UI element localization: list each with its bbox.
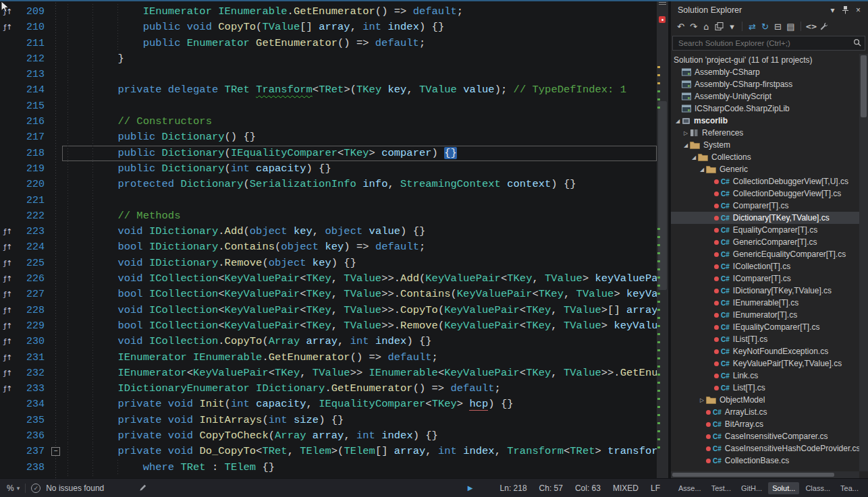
code-line[interactable]: private void Do_CopyTo<TRet, TElem>(TEle… — [62, 444, 657, 459]
refresh-icon[interactable]: ↻ — [759, 20, 771, 32]
line-indicator[interactable]: Ln: 218 — [500, 484, 527, 493]
tree-item[interactable]: C#IEqualityComparer[T].cs — [671, 321, 859, 333]
code-line[interactable]: private static KeyValuePair<TKey, TValue… — [62, 475, 657, 478]
eol-indicator[interactable]: LF — [651, 484, 660, 493]
implements-icon[interactable]: ƒ↑ — [3, 306, 12, 315]
tree-item[interactable]: ◢mscorlib — [671, 115, 859, 127]
fold-collapse-icon[interactable]: − — [51, 447, 60, 456]
line-number[interactable]: 231 — [16, 350, 50, 366]
back-icon[interactable]: ↶ — [675, 20, 686, 32]
column-indicator[interactable]: Col: 63 — [575, 484, 601, 493]
panel-titlebar[interactable]: Solution Explorer ▾× — [671, 0, 868, 18]
line-number[interactable]: 211 — [16, 36, 50, 51]
tree-item[interactable]: C#IList[T].cs — [671, 333, 859, 345]
tree-item[interactable]: C#CaseInsensitiveHashCodeProvider.cs — [671, 442, 859, 455]
tree-item[interactable]: C#CollectionDebuggerView[T,U].cs — [671, 175, 859, 187]
editor-scrollbar[interactable] — [657, 0, 668, 478]
tree-item[interactable]: C#GenericEqualityComparer[T].cs — [671, 248, 859, 260]
line-number[interactable]: 233 — [16, 381, 50, 397]
tree-item[interactable]: C#CollectionDebuggerView[T].cs — [671, 187, 859, 200]
code-line[interactable]: // Constructors — [62, 114, 657, 129]
collapsed-icon[interactable]: ▷ — [698, 397, 706, 403]
solution-root[interactable]: Solution 'project-gui' (11 of 11 project… — [671, 54, 859, 66]
line-number[interactable]: 230 — [16, 334, 50, 349]
tree-item[interactable]: C#IComparer[T].cs — [671, 272, 859, 285]
code-line[interactable]: private void InitArrays(int size) {} — [62, 413, 657, 428]
split-editor-handle[interactable] — [659, 2, 666, 5]
line-number[interactable]: 222 — [16, 208, 50, 224]
pin-icon[interactable] — [839, 4, 852, 16]
line-number[interactable]: 239 — [16, 475, 50, 478]
panel-tab[interactable]: Tea... — [836, 482, 863, 494]
code-line[interactable]: private void CopyToCheck(Array array, in… — [62, 428, 657, 444]
code-editor[interactable]: ƒ↑ƒ↑ƒ↑ƒ↑ƒ↑ƒ↑ƒ↑ƒ↑ƒ↑ƒ↑ƒ↑ƒ↑ƒ↑ 2092102112122… — [0, 0, 668, 478]
line-number[interactable]: 217 — [16, 129, 50, 145]
tree-item[interactable]: C#IDictionary[TKey,TValue].cs — [671, 285, 859, 297]
line-number[interactable]: 237 — [16, 444, 50, 459]
collapsed-icon[interactable]: ▷ — [682, 130, 690, 136]
tree-item[interactable]: C#IEnumerator[T].cs — [671, 309, 859, 321]
code-line[interactable]: public Dictionary() {} — [62, 129, 657, 145]
pencil-icon[interactable] — [139, 484, 146, 492]
panel-hscrollbar-thumb[interactable] — [672, 473, 834, 477]
line-number[interactable]: 216 — [16, 114, 50, 129]
line-number[interactable]: 235 — [16, 413, 50, 428]
tree-item[interactable]: ◢Collections — [671, 151, 859, 163]
panel-tab[interactable]: GitH... — [737, 482, 766, 494]
code-line[interactable]: protected Dictionary(SerializationInfo i… — [62, 177, 657, 192]
line-number[interactable]: 236 — [16, 428, 50, 444]
code-line[interactable]: void IDictionary.Add(object key, object … — [62, 224, 657, 239]
line-number[interactable]: 209 — [16, 4, 50, 20]
tree-item[interactable]: Assembly-CSharp — [671, 66, 859, 78]
tree-item[interactable]: C#EqualityComparer[T].cs — [671, 224, 859, 236]
tree-item[interactable]: ▷References — [671, 127, 859, 139]
implements-icon[interactable]: ƒ↑ — [3, 274, 12, 283]
code-line[interactable]: public Dictionary(int capacity) {} — [62, 161, 657, 177]
implements-icon[interactable]: ƒ↑ — [3, 259, 12, 268]
code-line[interactable]: void ICollection<KeyValuePair<TKey, TVal… — [62, 303, 657, 318]
wrench-icon[interactable] — [818, 20, 830, 32]
tree-item[interactable]: ◢Generic — [671, 163, 859, 175]
code-view-icon[interactable]: <> — [805, 20, 817, 32]
close-icon[interactable]: × — [852, 4, 865, 16]
tree-item[interactable]: C#Comparer[T].cs — [671, 200, 859, 212]
code-area[interactable]: IEnumerator IEnumerable.GetEnumerator() … — [62, 0, 657, 478]
line-number[interactable]: 226 — [16, 271, 50, 287]
properties-icon[interactable]: ▤ — [785, 20, 796, 32]
line-number[interactable]: 212 — [16, 51, 50, 67]
code-line[interactable]: public Enumerator GetEnumerator() => def… — [62, 36, 657, 51]
code-line[interactable]: IEnumerator<KeyValuePair<TKey, TValue>> … — [62, 366, 657, 381]
forward-icon[interactable]: ↷ — [688, 20, 699, 32]
expanded-icon[interactable]: ◢ — [682, 142, 690, 148]
char-indicator[interactable]: Ch: 57 — [539, 484, 563, 493]
line-number[interactable]: 220 — [16, 177, 50, 192]
code-line[interactable]: } — [62, 51, 657, 67]
code-line[interactable]: private void Init(int capacity, IEqualit… — [62, 397, 657, 412]
panel-vertical-scrollbar[interactable] — [859, 54, 868, 471]
line-number[interactable]: 238 — [16, 460, 50, 475]
implements-icon[interactable]: ƒ↑ — [3, 243, 12, 252]
code-line[interactable] — [62, 67, 657, 82]
implements-icon[interactable]: ƒ↑ — [3, 369, 12, 378]
implements-icon[interactable]: ƒ↑ — [3, 384, 12, 393]
scope-icon[interactable] — [713, 20, 725, 32]
implements-icon[interactable]: ƒ↑ — [3, 353, 12, 362]
code-line[interactable]: bool IDictionary.Contains(object key) =>… — [62, 239, 657, 255]
indent-mode-indicator[interactable]: MIXED — [613, 484, 639, 493]
tree-item[interactable]: C#List[T].cs — [671, 382, 859, 394]
tree-item[interactable]: ▷ObjectModel — [671, 394, 859, 406]
tree-item[interactable]: C#CollectionBase.cs — [671, 455, 859, 467]
line-number[interactable]: 228 — [16, 303, 50, 318]
tree-item[interactable]: C#Dictionary[TKey,TValue].cs — [671, 212, 859, 224]
tree-item[interactable]: C#KeyNotFoundException.cs — [671, 345, 859, 357]
status-message[interactable]: No issues found — [46, 484, 104, 493]
line-number[interactable]: 232 — [16, 366, 50, 381]
code-line[interactable]: IEnumerator IEnumerable.GetEnumerator() … — [62, 4, 657, 20]
expanded-icon[interactable]: ◢ — [698, 167, 706, 173]
tree-item[interactable]: Assembly-CSharp-firstpass — [671, 78, 859, 90]
code-line[interactable]: public Dictionary(IEqualityComparer<TKey… — [62, 146, 657, 161]
code-line[interactable]: IDictionaryEnumerator IDictionary.GetEnu… — [62, 381, 657, 397]
implements-icon[interactable]: ƒ↑ — [3, 23, 12, 32]
code-line[interactable] — [62, 98, 657, 114]
tree-item[interactable]: C#BitArray.cs — [671, 418, 859, 430]
